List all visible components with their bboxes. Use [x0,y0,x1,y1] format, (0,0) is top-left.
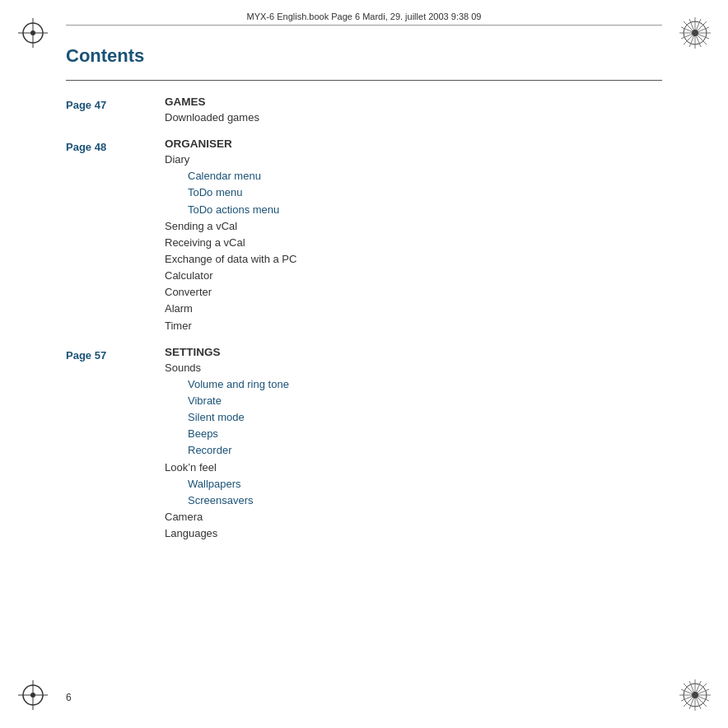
toc-item: Camera [165,509,662,525]
toc-section-row: Page 47GAMESDownloaded games [66,96,662,138]
toc-item: Look’n feel [165,460,662,476]
page-number: 6 [66,692,72,703]
section-title: GAMES [165,96,662,108]
toc-item: Diary [165,152,662,168]
toc-item: Calendar menu [165,168,662,184]
corner-mark-tr [679,16,712,49]
toc-page-cell: Page 57 [66,346,165,554]
toc-item: Volume and ring tone [165,376,662,393]
toc-item: Exchange of data with a PC [165,251,662,268]
toc-item: Screensavers [165,492,662,509]
toc-item: Timer [165,318,662,334]
header-bar: MYX-6 English.book Page 6 Mardi, 29. jui… [66,12,662,26]
page-label: Page 47 [66,99,106,111]
toc-item: Beeps [165,426,662,442]
page-label: Page 57 [66,349,106,362]
toc-item: Sounds [165,360,662,376]
toc-page-cell: Page 48 [66,138,165,346]
toc-item: Sending a vCal [165,218,662,235]
toc-item: ToDo menu [165,184,662,201]
toc-item: Downloaded games [165,110,662,126]
section-title: SETTINGS [165,346,662,358]
toc-item: Languages [165,525,662,542]
title-divider [66,80,662,81]
toc-item: Silent mode [165,409,662,426]
toc-item: Wallpapers [165,476,662,492]
svg-point-13 [692,30,698,36]
page-title: Contents [66,45,662,72]
toc-item: Vibrate [165,393,662,409]
toc-item: ToDo actions menu [165,202,662,218]
content-area: Contents Page 47GAMESDownloaded gamesPag… [66,45,662,679]
header-text: MYX-6 English.book Page 6 Mardi, 29. jui… [247,12,482,21]
toc-item: Alarm [165,301,662,317]
toc-item: Calculator [165,268,662,284]
toc-item: Recorder [165,442,662,459]
svg-point-27 [692,692,698,698]
corner-mark-tl [16,16,49,49]
svg-point-17 [30,693,35,698]
toc-section-row: Page 57SETTINGSSoundsVolume and ring ton… [66,346,662,554]
toc-item: Receiving a vCal [165,235,662,251]
toc-table: Page 47GAMESDownloaded gamesPage 48ORGAN… [66,96,662,553]
corner-mark-br [679,679,712,712]
svg-point-3 [30,30,35,35]
section-title: ORGANISER [165,138,662,150]
toc-content-cell: SETTINGSSoundsVolume and ring toneVibrat… [165,346,662,554]
toc-section-row: Page 48ORGANISERDiaryCalendar menuToDo m… [66,138,662,346]
toc-content-cell: GAMESDownloaded games [165,96,662,138]
toc-content-cell: ORGANISERDiaryCalendar menuToDo menuToDo… [165,138,662,346]
page-label: Page 48 [66,141,106,153]
toc-page-cell: Page 47 [66,96,165,138]
toc-item: Converter [165,284,662,301]
corner-mark-bl [16,679,49,712]
